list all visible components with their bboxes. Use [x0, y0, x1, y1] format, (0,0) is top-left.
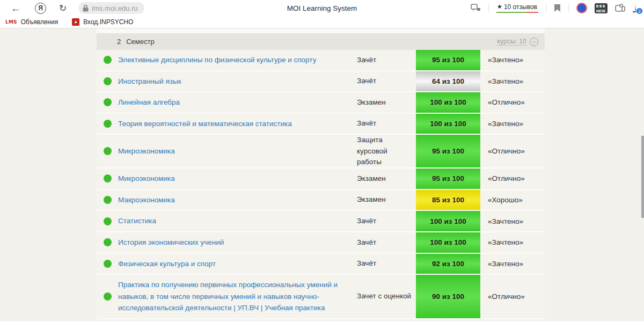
score-value: 95 из 100 — [432, 56, 464, 64]
course-link[interactable]: Теория вероятностей и математическая ста… — [118, 118, 292, 130]
table-row: СтатистикаЗачёт100 из 100«Зачтено» — [97, 211, 545, 232]
assessment-type: Зачёт — [357, 71, 416, 92]
bookmark-item-login[interactable]: ▲ Вход.INPSYCHO — [72, 18, 133, 26]
course-link[interactable]: Статистика — [118, 215, 156, 227]
assessment-type: Зачёт — [357, 50, 416, 70]
url-text: lms.moi.edu.ru — [92, 4, 137, 12]
score-cell: 95 из 100 — [416, 50, 480, 70]
table-row: Элективные дисциплины по физической куль… — [97, 50, 545, 71]
grades-table-body: Элективные дисциплины по физической куль… — [97, 50, 545, 319]
reviews-count: 10 отзывов — [504, 3, 537, 11]
table-row: МакроэкономикаЭкзамен85 из 100«Хорошо» — [97, 190, 545, 211]
score-value: 90 из 100 — [432, 292, 464, 301]
lock-icon — [83, 5, 89, 12]
grades-panel: 2 Семестр курсы: 10 − Элективные дисципл… — [97, 28, 545, 322]
assessment-type: Экзамен — [357, 190, 416, 210]
grade-value: «Зачтено» — [480, 71, 545, 92]
assessment-type: Зачёт — [357, 254, 416, 274]
collections-icon[interactable] — [615, 4, 625, 12]
course-link[interactable]: Микроэкономика — [118, 145, 175, 157]
screenshot-new-icon[interactable]: NEW — [595, 3, 608, 13]
site-rating-icon[interactable] — [471, 4, 481, 12]
status-dot-icon — [104, 56, 112, 64]
score-value: 100 из 100 — [430, 238, 466, 246]
grade-value: «Отлично» — [480, 169, 545, 189]
grade-value: «Отлично» — [480, 92, 545, 113]
assessment-type: Защита курсовой работы — [357, 135, 416, 167]
bookmark-label: Объявления — [21, 18, 58, 26]
assessment-type: Экзамен — [357, 92, 416, 113]
course-link[interactable]: Линейная алгебра — [118, 97, 180, 108]
grade-value: «Зачтено» — [480, 232, 545, 253]
course-link[interactable]: Макроэкономика — [118, 194, 175, 206]
status-dot-icon — [104, 147, 112, 155]
bookmark-item-announcements[interactable]: LMS Объявления — [5, 18, 58, 26]
reviews-rating-bar — [496, 12, 538, 13]
reload-button[interactable]: ↻ — [59, 4, 67, 13]
assessment-type: Зачет с оценкой — [357, 275, 416, 318]
yandex-logo-icon[interactable]: Я — [35, 3, 46, 14]
star-icon: ★ — [497, 3, 502, 10]
grade-value: «Зачтено» — [480, 50, 545, 70]
score-value: 64 из 100 — [432, 77, 464, 85]
downloads-badge: 2 — [636, 8, 643, 14]
grade-value: «Зачтено» — [480, 114, 545, 134]
score-cell: 95 из 100 — [416, 169, 480, 189]
semester-title: Семестр — [126, 38, 154, 46]
course-link[interactable]: История экономических учений — [118, 237, 224, 248]
bookmark-icon[interactable] — [554, 4, 561, 12]
status-dot-icon — [104, 174, 112, 182]
grade-value: «Зачтено» — [480, 211, 545, 231]
status-dot-icon — [104, 238, 112, 246]
score-value: 92 из 100 — [432, 260, 464, 268]
score-cell: 100 из 100 — [416, 211, 480, 231]
site-reviews[interactable]: ★ 10 отзывов — [496, 3, 538, 13]
score-cell: 95 из 100 — [416, 135, 480, 167]
courses-count-link[interactable]: курсы: 10 — [497, 38, 526, 46]
scrollbar-thumb[interactable] — [641, 136, 644, 218]
lms-favicon: LMS — [5, 19, 17, 25]
status-dot-icon — [104, 120, 112, 128]
back-button[interactable]: ← — [11, 3, 21, 13]
table-row: МикроэкономикаЗащита курсовой работы95 и… — [97, 135, 545, 169]
table-top-strip — [97, 28, 545, 33]
course-link[interactable]: Иностранный язык — [118, 76, 181, 87]
table-row: Практика по получению первичных професси… — [97, 275, 545, 319]
course-link[interactable]: Элективные дисциплины по физической куль… — [118, 54, 316, 66]
course-link[interactable]: Практика по получению первичных професси… — [118, 279, 352, 314]
score-value: 85 из 100 — [432, 196, 464, 204]
status-dot-icon — [104, 77, 112, 85]
course-link[interactable]: Микроэкономика — [118, 173, 175, 185]
assessment-type: Зачёт — [357, 211, 416, 231]
status-dot-icon — [104, 196, 112, 204]
divider — [546, 4, 546, 12]
assessment-type: Зачёт — [357, 232, 416, 253]
table-row: Линейная алгебраЭкзамен100 из 100«Отличн… — [97, 92, 545, 114]
score-value: 100 из 100 — [430, 120, 466, 128]
course-link[interactable]: Физическая культура и спорт — [118, 258, 216, 270]
divider — [488, 4, 489, 12]
bookmarks-bar: LMS Объявления ▲ Вход.INPSYCHO — [0, 16, 644, 28]
score-cell: 85 из 100 — [416, 190, 480, 210]
extension-icon[interactable] — [576, 3, 587, 13]
score-value: 100 из 100 — [430, 217, 466, 225]
grade-value: «Зачтено» — [480, 254, 545, 274]
divider — [568, 4, 569, 12]
bookmark-label: Вход.INPSYCHO — [83, 18, 133, 26]
score-value: 100 из 100 — [430, 98, 466, 106]
downloads-button[interactable]: ↓ 2 — [633, 4, 639, 12]
score-value: 95 из 100 — [432, 147, 464, 155]
table-row: Физическая культура и спортЗачёт92 из 10… — [97, 254, 545, 275]
assessment-type: Зачёт — [357, 114, 416, 134]
browser-toolbar: ← Я ↻ lms.moi.edu.ru MOI Learning System… — [0, 0, 644, 16]
status-dot-icon — [104, 292, 112, 301]
page-content: 2 Семестр курсы: 10 − Элективные дисципл… — [0, 28, 644, 321]
collapse-section-icon[interactable]: − — [530, 38, 538, 46]
grade-value: «Отлично» — [480, 135, 545, 167]
grade-value: «Отлично» — [480, 275, 545, 318]
address-bar[interactable]: lms.moi.edu.ru — [78, 2, 144, 14]
score-cell: 100 из 100 — [416, 114, 480, 134]
table-row: Теория вероятностей и математическая ста… — [97, 114, 545, 135]
score-value: 95 из 100 — [432, 174, 464, 182]
score-cell: 90 из 100 — [416, 275, 480, 318]
